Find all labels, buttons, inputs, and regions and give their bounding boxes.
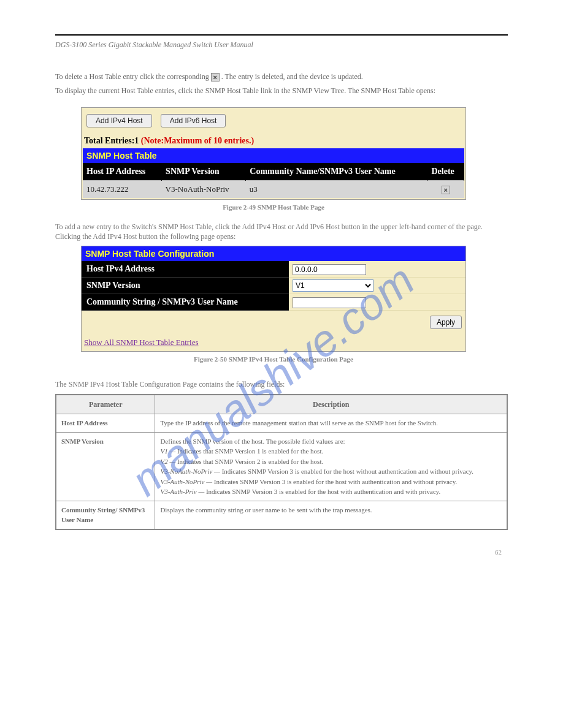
param-option-text: Indicates SNMP Version 3 is enabled for …: [220, 468, 473, 475]
total-entries-value: 1: [134, 136, 139, 145]
param-name: SNMP Version: [56, 432, 155, 501]
parameter-table: Parameter Description Host IP Address Ty…: [55, 394, 508, 530]
param-option-text: Indicates that SNMP Version 1 is enabled…: [175, 447, 323, 455]
param-option-text: Indicates that SNMP Version 2 is enabled…: [175, 458, 323, 465]
param-option-text: Indicates SNMP Version 3 is enabled for …: [212, 478, 457, 485]
snmp-version-select[interactable]: V1: [293, 279, 373, 292]
community-string-input[interactable]: [293, 297, 366, 308]
col-host-ip: Host IP Address: [83, 163, 162, 181]
snmp-host-config-panel: SNMP Host Table Configuration Host IPv4 …: [81, 246, 466, 352]
total-entries-label: Total Entries:: [84, 136, 134, 145]
param-option-term: V3-Auth-Priv —: [160, 488, 204, 495]
param-row: SNMP Version Defines the SNMP version of…: [56, 432, 507, 501]
col-community: Community Name/SNMPv3 User Name: [246, 163, 427, 181]
param-name: Community String/ SNMPv3 User Name: [56, 501, 155, 529]
intro-segment-2: . The entry is deleted, and the device i…: [221, 72, 363, 81]
manual-title: DGS-3100 Series Gigabit Stackable Manage…: [55, 40, 253, 50]
cell-host-ip: 10.42.73.222: [83, 180, 162, 198]
delete-row-icon[interactable]: ×: [442, 186, 450, 194]
figure-caption-1: Figure 2-49 SNMP Host Table Page: [81, 203, 466, 211]
snmp-host-table-figure: Add IPv4 Host Add IPv6 Host Total Entrie…: [81, 107, 466, 211]
param-option-term: V1 —: [160, 447, 175, 455]
col-snmp-version: SNMP Version: [162, 163, 246, 181]
add-ipv6-host-button[interactable]: Add IPv6 Host: [161, 114, 226, 127]
param-option-term: V3-Auth-NoPriv —: [160, 478, 212, 485]
snmp-host-table: Host IP Address SNMP Version Community N…: [83, 163, 464, 198]
apply-button[interactable]: Apply: [430, 316, 462, 329]
total-entries-note: (Note:Maximum of 10 entries.): [141, 136, 254, 145]
show-all-link[interactable]: Show All SNMP Host Table Entries: [84, 338, 199, 347]
param-name: Host IP Address: [56, 414, 155, 433]
param-col-header: Parameter: [56, 395, 155, 414]
table-row: 10.42.73.222 V3-NoAuth-NoPriv u3 ×: [83, 180, 464, 198]
host-ipv4-input[interactable]: [293, 264, 366, 275]
snmp-host-table-panel: Add IPv4 Host Add IPv6 Host Total Entrie…: [81, 107, 466, 200]
param-row: Community String/ SNMPv3 User Name Displ…: [56, 501, 507, 529]
intro-paragraph-2: To display the current Host Table entrie…: [55, 86, 508, 96]
community-string-label: Community String / SNMPv3 User Name: [82, 294, 289, 311]
param-desc: Defines the SNMP version of the host. Th…: [155, 432, 507, 501]
snmp-host-table-title: SNMP Host Table: [83, 148, 464, 163]
total-entries-line: Total Entries:1 (Note:Maximum of 10 entr…: [83, 131, 464, 148]
cell-snmp-version: V3-NoAuth-NoPriv: [162, 180, 246, 198]
param-desc: Type the IP address of the remote manage…: [155, 414, 507, 433]
snmp-host-config-table: Host IPv4 Address SNMP Version V1 Commun…: [82, 261, 465, 311]
host-ipv4-label: Host IPv4 Address: [82, 261, 289, 278]
param-desc: Displays the community string or user na…: [155, 501, 507, 529]
snmp-host-config-title: SNMP Host Table Configuration: [82, 246, 465, 261]
figure-caption-2: Figure 2-50 SNMP IPv4 Host Table Configu…: [81, 355, 466, 363]
col-delete: Delete: [427, 163, 464, 181]
param-desc-intro: Defines the SNMP version of the host. Th…: [160, 438, 345, 445]
intro-segment-1: To delete a Host Table entry click the c…: [55, 72, 211, 81]
subhead-nav-text: To add a new entry to the Switch's SNMP …: [55, 222, 508, 243]
add-ipv4-host-button[interactable]: Add IPv4 Host: [86, 114, 152, 127]
intro-text: To delete a Host Table entry click the c…: [55, 72, 508, 96]
cell-community: u3: [246, 180, 427, 198]
page-number: 62: [495, 548, 502, 556]
param-option-term: V2 —: [160, 458, 175, 465]
delete-icon: ×: [211, 73, 220, 82]
desc-col-header: Description: [155, 395, 507, 414]
param-row: Host IP Address Type the IP address of t…: [56, 414, 507, 433]
top-rule: [55, 34, 508, 36]
page-header: DGS-3100 Series Gigabit Stackable Manage…: [55, 40, 508, 50]
param-option-text: Indicates SNMP Version 3 is enabled for …: [204, 488, 440, 495]
param-lead-text: The SNMP IPv4 Host Table Configuration P…: [55, 380, 508, 389]
cell-delete: ×: [427, 180, 464, 198]
param-option-term: V3-NoAuth-NoPriv —: [160, 468, 220, 475]
snmp-host-config-figure: SNMP Host Table Configuration Host IPv4 …: [81, 246, 466, 363]
snmp-version-label: SNMP Version: [82, 278, 289, 294]
